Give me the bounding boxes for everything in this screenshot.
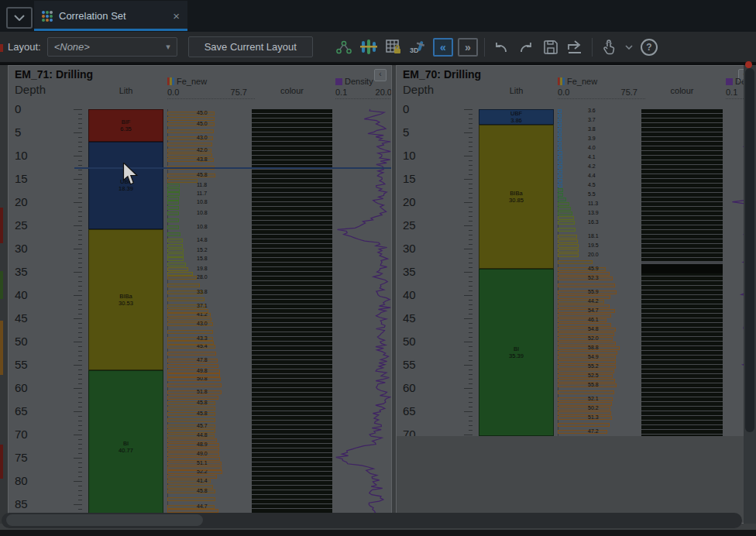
depth-major-tick — [464, 365, 472, 366]
vertical-scrollbar-thumb[interactable] — [745, 68, 754, 432]
depth-minor-tick — [469, 216, 472, 217]
depth-major-tick — [74, 109, 82, 110]
lith-block[interactable]: BIBa30.53 — [88, 229, 163, 370]
touch-mode-chevron-icon[interactable] — [624, 37, 634, 57]
depth-minor-tick — [78, 211, 82, 212]
depth-minor-tick — [78, 221, 82, 222]
depth-minor-tick — [469, 286, 472, 287]
tab-correlation-set[interactable]: Correlation Set × — [34, 1, 187, 31]
save-icon[interactable] — [541, 37, 561, 57]
lith-code: UBF — [510, 110, 522, 117]
depth-major-tick — [464, 109, 472, 110]
network-icon[interactable] — [334, 37, 354, 57]
fe-bar — [167, 364, 218, 368]
fe-bar — [167, 452, 219, 456]
fe-bar-label: 47.8 — [197, 358, 208, 362]
fe-bar — [558, 351, 617, 355]
fe-bar-label: 33.8 — [197, 290, 208, 294]
fe-bar — [167, 184, 180, 187]
depth-minor-tick — [469, 356, 472, 356]
grid-lock-icon[interactable] — [383, 37, 404, 57]
depth-label: 15 — [403, 172, 416, 185]
fe-bar — [167, 383, 222, 387]
fe-bar — [167, 373, 220, 377]
fe-bar-label: 11.7 — [197, 191, 207, 196]
export-icon[interactable] — [565, 37, 586, 57]
depth-major-tick — [74, 132, 82, 133]
3d-drillhole-icon[interactable]: 3D — [408, 37, 428, 57]
layout-select[interactable]: <None> ▾ — [47, 37, 177, 57]
depth-label: 55 — [403, 358, 416, 371]
depth-minor-tick — [469, 142, 472, 143]
notification-dot — [745, 61, 752, 68]
fe-bar — [558, 402, 612, 406]
fe-bar-label: 11.3 — [588, 201, 598, 206]
depth-minor-tick — [469, 160, 472, 161]
depth-minor-tick — [78, 207, 82, 208]
depth-minor-tick — [469, 393, 472, 393]
window-edge-artifact — [0, 44, 3, 52]
horizontal-scrollbar-thumb[interactable] — [6, 514, 203, 526]
fe-bar-label: 5.5 — [588, 192, 596, 197]
correlation-columns-icon[interactable] — [359, 37, 379, 57]
depth-minor-tick — [78, 462, 82, 463]
depth-minor-tick — [78, 216, 82, 217]
fe-bar-label: 43.0 — [197, 136, 208, 140]
colour-column-header: colour — [641, 86, 723, 95]
fe-bar — [558, 379, 615, 383]
fe-bar — [558, 228, 576, 232]
fe-bar-label: 52.2 — [197, 469, 208, 474]
save-current-layout-button[interactable]: Save Current Layout — [188, 36, 313, 57]
fe-bar — [167, 153, 212, 157]
depth-minor-tick — [469, 430, 472, 431]
fe-bar — [558, 128, 562, 132]
fe-bar — [558, 211, 572, 215]
depth-minor-tick — [78, 402, 82, 403]
fe-bar — [558, 411, 611, 415]
collapse-all-icon[interactable]: « — [433, 37, 453, 57]
depth-minor-tick — [78, 467, 82, 468]
fe-bar — [167, 129, 214, 133]
fe-bar-label: 41.4 — [197, 479, 208, 483]
help-icon[interactable]: ? — [639, 37, 659, 57]
tab-list-chevron-button[interactable] — [6, 7, 33, 29]
fe-column-label: Fe_new — [567, 77, 597, 86]
fe-bar-label: 16.3 — [588, 220, 599, 225]
sliver-lith-red — [0, 208, 3, 243]
depth-minor-tick — [469, 151, 472, 152]
depth-major-tick — [74, 365, 82, 366]
lith-block[interactable]: BIBa30.85 — [479, 125, 554, 269]
redo-icon[interactable] — [516, 37, 536, 57]
fe-bar-label: 44.7 — [197, 504, 208, 509]
depth-minor-tick — [469, 211, 472, 212]
depth-minor-tick — [78, 146, 82, 147]
lith-block[interactable]: BIF6.35 — [88, 109, 163, 142]
depth-minor-tick — [78, 230, 82, 231]
fe-bar-label: 15.8 — [197, 256, 208, 261]
fe-bar — [167, 211, 179, 215]
touch-mode-icon[interactable] — [599, 37, 619, 57]
fe-bar-label: 3.8 — [588, 127, 596, 132]
tab-close-icon[interactable]: × — [173, 9, 180, 22]
fe-bar — [167, 485, 213, 489]
undo-icon[interactable] — [491, 37, 511, 57]
fe-bar — [558, 114, 562, 118]
depth-minor-tick — [78, 174, 82, 175]
lith-block[interactable]: BI35.39 — [479, 269, 554, 436]
lith-block[interactable]: UBF3.86 — [479, 109, 554, 125]
fe-bar — [167, 206, 179, 210]
depth-label: 20 — [403, 195, 416, 208]
depth-minor-tick — [469, 309, 472, 310]
depth-major-tick — [464, 156, 472, 156]
fe-bar — [558, 295, 610, 299]
colour-column-header: colour — [252, 86, 332, 95]
fe-bar — [558, 332, 614, 336]
expand-all-icon[interactable]: » — [458, 37, 478, 57]
depth-minor-tick — [78, 165, 82, 166]
fe-bar-label: 3.6 — [588, 108, 596, 113]
lith-block[interactable]: BI40.77 — [88, 370, 163, 524]
panel-title: EM_70: Drilling — [403, 68, 481, 81]
depth-major-tick — [74, 156, 82, 156]
depth-minor-tick — [78, 346, 82, 347]
depth-minor-tick — [78, 160, 82, 161]
